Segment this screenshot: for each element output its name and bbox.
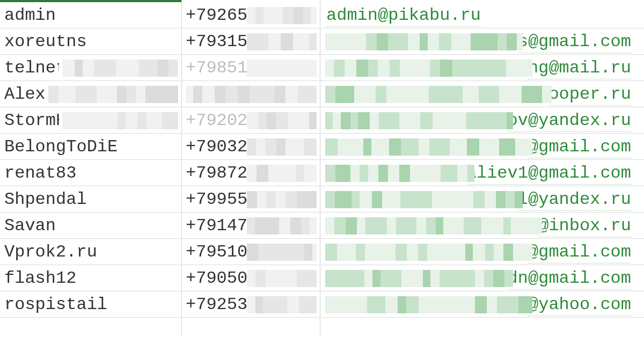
email-link[interactable]: dn@gmail.com (508, 268, 631, 290)
cell-phone[interactable]: +79851 (186, 55, 320, 81)
cell-phone[interactable]: +79315 (186, 28, 320, 55)
cell-email[interactable]: @gmail.com (322, 239, 639, 265)
spreadsheet-view: admin+79265admin@pikabu.ruxoreutns+79315… (0, 0, 644, 337)
cell-email[interactable]: @gmail.com (322, 134, 639, 160)
cell-username[interactable]: Shpendal (4, 186, 181, 213)
cell-phone[interactable]: +79032 (186, 134, 320, 160)
cell-phone[interactable]: +79872 (186, 160, 320, 186)
cell-username[interactable]: Savan (4, 213, 181, 239)
email-link[interactable]: l@yandex.ru (518, 189, 631, 211)
cell-phone[interactable]: +79147 (186, 213, 320, 239)
cell-phone[interactable]: +79510 (186, 239, 320, 265)
email-link[interactable]: ooper.ru (548, 84, 631, 106)
cell-phone[interactable]: +79265 (186, 2, 320, 28)
cell-username[interactable]: flash12 (4, 265, 181, 291)
table-row[interactable]: Shpendal+79955l@yandex.ru (0, 186, 644, 213)
email-link[interactable]: ov@yandex.ru (508, 111, 631, 132)
table-row[interactable]: BelongToDiE+79032@gmail.com (0, 134, 644, 160)
cell-username[interactable]: admin (4, 2, 181, 28)
cell-phone[interactable]: +79202 (186, 107, 320, 134)
cell-phone[interactable]: +79253 (186, 291, 320, 318)
cell-phone[interactable]: +79955 (186, 186, 320, 213)
cell-username[interactable]: telneting (4, 55, 181, 81)
email-link[interactable]: @inbox.ru (538, 216, 631, 237)
table-row[interactable]: renat83+79872aliev1@gmail.com (0, 160, 644, 186)
table-row[interactable]: StormHold+79202ov@yandex.ru (0, 107, 644, 134)
cell-username[interactable]: StormHold (4, 107, 181, 134)
cell-email[interactable]: @inbox.ru (322, 213, 639, 239)
table-row[interactable]: telneting+79851ng@mail.ru (0, 55, 644, 81)
email-link[interactable]: @gmail.com (528, 137, 631, 158)
table-row[interactable]: Vprok2.ru+79510@gmail.com (0, 239, 644, 265)
cell-phone[interactable] (186, 81, 320, 107)
table-row[interactable]: Alexooper.ru (0, 81, 644, 107)
cell-username[interactable]: xoreutns (4, 28, 181, 55)
cell-username[interactable]: Alex (4, 81, 181, 107)
cell-email[interactable]: admin@pikabu.ru (322, 2, 639, 28)
cell-username[interactable]: rospistail (4, 291, 181, 318)
cell-username[interactable]: renat83 (4, 160, 181, 186)
cell-email[interactable]: aliev1@gmail.com (322, 160, 639, 186)
email-link[interactable]: admin@pikabu.ru (326, 5, 481, 27)
cell-username[interactable]: BelongToDiE (4, 134, 181, 160)
cell-email[interactable]: ov@yandex.ru (322, 107, 639, 134)
table-row[interactable]: admin+79265admin@pikabu.ru (0, 2, 644, 28)
cell-email[interactable]: ooper.ru (322, 81, 639, 107)
email-link[interactable]: aliev1@gmail.com (466, 163, 631, 185)
table-row[interactable]: xoreutns+79315s@gmail.com (0, 28, 644, 55)
cell-phone[interactable]: +79050 (186, 265, 320, 291)
cell-email[interactable]: dn@gmail.com (322, 265, 639, 291)
email-link[interactable]: ng@mail.ru (528, 58, 631, 79)
cell-email[interactable]: ng@mail.ru (322, 55, 639, 81)
email-link[interactable]: s@gmail.com (518, 32, 631, 53)
table-row[interactable]: flash12+79050dn@gmail.com (0, 265, 644, 291)
cell-email[interactable]: @yahoo.com (322, 291, 639, 318)
table-row[interactable]: Savan+79147@inbox.ru (0, 213, 644, 239)
email-link[interactable]: @gmail.com (528, 242, 631, 263)
cell-email[interactable]: s@gmail.com (322, 28, 639, 55)
cell-username[interactable]: Vprok2.ru (4, 239, 181, 265)
email-link[interactable]: @yahoo.com (528, 295, 631, 316)
cell-email[interactable]: l@yandex.ru (322, 186, 639, 213)
table-row[interactable]: rospistail+79253@yahoo.com (0, 291, 644, 318)
